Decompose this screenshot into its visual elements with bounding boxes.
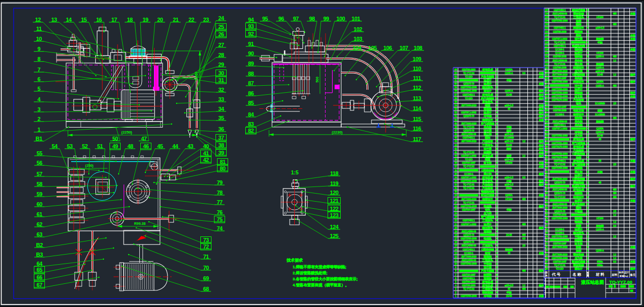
svg-text:26: 26 xyxy=(218,31,224,37)
svg-text:TQ-YYZ.02: TQ-YYZ.02 xyxy=(554,196,566,199)
svg-text:109: 109 xyxy=(545,109,549,112)
svg-text:89: 89 xyxy=(248,60,254,67)
svg-text:GB/T93-1987: GB/T93-1987 xyxy=(462,273,475,276)
svg-text:TQ-YYZ.02: TQ-YYZ.02 xyxy=(463,151,474,154)
svg-text:14: 14 xyxy=(454,248,457,251)
svg-text:97: 97 xyxy=(545,152,548,155)
svg-text:4: 4 xyxy=(587,213,588,216)
svg-text:1: 1 xyxy=(496,223,498,226)
svg-text:4: 4 xyxy=(587,26,588,29)
svg-text:5: 5 xyxy=(37,86,40,92)
svg-text:53: 53 xyxy=(67,143,73,149)
svg-text:GB/T68-2000: GB/T68-2000 xyxy=(553,55,567,58)
svg-text:1.2: 1.2 xyxy=(522,140,525,143)
svg-text:2: 2 xyxy=(496,86,498,89)
svg-text:JB/T7938-2010: JB/T7938-2010 xyxy=(552,70,568,73)
svg-text:2: 2 xyxy=(37,116,40,122)
svg-text:三通接头: 三通接头 xyxy=(482,143,494,147)
svg-text:冷却器: 冷却器 xyxy=(484,294,492,298)
svg-text:φ18×1.5: φ18×1.5 xyxy=(505,183,513,186)
svg-text:39: 39 xyxy=(454,158,457,161)
svg-text:128: 128 xyxy=(545,41,549,44)
svg-text:TQ-YYZ.02: TQ-YYZ.02 xyxy=(463,287,474,290)
svg-text:98: 98 xyxy=(545,149,548,152)
svg-text:单向阀: 单向阀 xyxy=(574,120,582,124)
svg-text:法兰盖: 法兰盖 xyxy=(483,129,492,133)
svg-text:电动机: 电动机 xyxy=(574,220,582,224)
svg-text:数: 数 xyxy=(586,272,589,274)
svg-text:Q/ZB75-73: Q/ZB75-73 xyxy=(554,192,565,195)
svg-text:蝶阀: 蝶阀 xyxy=(485,136,491,140)
svg-text:130: 130 xyxy=(545,34,549,37)
svg-text:电磁换向阀: 电磁换向阀 xyxy=(572,185,585,188)
svg-text:58: 58 xyxy=(454,89,457,92)
svg-text:1.2: 1.2 xyxy=(522,284,525,287)
svg-text:GB/T97.1-2002: GB/T97.1-2002 xyxy=(552,37,567,40)
svg-text:485: 485 xyxy=(613,55,617,58)
svg-text:温度计: 温度计 xyxy=(574,227,582,231)
svg-text:40: 40 xyxy=(203,143,209,149)
svg-text:36: 36 xyxy=(218,126,224,132)
svg-text:GB/T97.1-2002: GB/T97.1-2002 xyxy=(461,154,476,157)
svg-text:110: 110 xyxy=(545,105,549,108)
svg-text:组件: 组件 xyxy=(539,205,545,208)
svg-text:69: 69 xyxy=(203,275,209,281)
svg-text:56: 56 xyxy=(36,160,42,166)
svg-text:91: 91 xyxy=(248,41,254,47)
svg-text:量: 量 xyxy=(586,274,589,277)
svg-text:直角接头: 直角接头 xyxy=(482,179,494,183)
svg-text:1: 1 xyxy=(587,249,588,252)
svg-text:38: 38 xyxy=(218,142,224,148)
svg-text:1: 1 xyxy=(587,181,588,184)
svg-text:27: 27 xyxy=(454,201,457,204)
svg-text:82: 82 xyxy=(248,128,254,134)
svg-text:JB/ZQ4586-06: JB/ZQ4586-06 xyxy=(461,244,476,247)
svg-text:83: 83 xyxy=(545,203,548,206)
svg-text:GB/T6170-2000: GB/T6170-2000 xyxy=(552,98,568,101)
svg-text:2: 2 xyxy=(587,98,588,101)
svg-text:组件: 组件 xyxy=(630,73,636,76)
svg-text:96: 96 xyxy=(278,16,284,22)
svg-text:密封垫: 密封垫 xyxy=(574,48,582,51)
svg-text:19: 19 xyxy=(142,17,148,23)
svg-text:材 料: 材 料 xyxy=(595,272,605,277)
svg-text:蝶阀: 蝶阀 xyxy=(575,34,581,37)
svg-text:组件: 组件 xyxy=(630,91,636,94)
svg-text:2.5: 2.5 xyxy=(613,102,616,105)
svg-text:温度计: 温度计 xyxy=(574,51,582,55)
svg-text:六角螺母: 六角螺母 xyxy=(482,186,494,190)
svg-text:74: 74 xyxy=(217,225,223,231)
svg-text:胶管总成: 胶管总成 xyxy=(573,188,584,192)
svg-text:41: 41 xyxy=(454,151,457,154)
svg-text:聚氨酯: 聚氨酯 xyxy=(596,224,604,228)
svg-text:27: 27 xyxy=(218,42,224,48)
svg-text:4: 4 xyxy=(496,291,498,294)
svg-text:QC160-1: QC160-1 xyxy=(464,252,473,255)
svg-text:液位计: 液位计 xyxy=(483,89,492,93)
svg-text:TQ-YYZ.02: TQ-YYZ.02 xyxy=(463,72,474,75)
svg-text:2: 2 xyxy=(587,19,588,22)
svg-text:外购: 外购 xyxy=(539,118,544,122)
svg-text:钢管: 钢管 xyxy=(485,252,491,255)
svg-text:GB/T3452.1: GB/T3452.1 xyxy=(554,124,566,127)
svg-text:GB/T3452.1: GB/T3452.1 xyxy=(554,159,566,162)
svg-text:QC160-1: QC160-1 xyxy=(555,51,564,54)
svg-text:63: 63 xyxy=(36,231,42,237)
svg-text:HT200: HT200 xyxy=(505,161,512,164)
svg-text:45: 45 xyxy=(508,287,510,290)
svg-text:φ25×2.5: φ25×2.5 xyxy=(505,284,513,287)
svg-text:1: 1 xyxy=(496,201,498,204)
svg-text:2: 2 xyxy=(587,210,588,213)
svg-text:25: 25 xyxy=(218,24,224,30)
svg-text:Q235-A: Q235-A xyxy=(596,249,604,252)
svg-text:Q/ZB75-73: Q/ZB75-73 xyxy=(463,233,474,236)
svg-text:1: 1 xyxy=(496,72,498,75)
svg-text:9: 9 xyxy=(455,266,456,269)
svg-text:6: 6 xyxy=(587,142,588,145)
svg-text:37: 37 xyxy=(218,135,224,141)
svg-text:21: 21 xyxy=(454,223,457,226)
svg-text:33: 33 xyxy=(218,96,224,102)
svg-text:80: 80 xyxy=(545,213,548,216)
svg-text:GB/T5782-2000: GB/T5782-2000 xyxy=(461,205,477,208)
svg-text:2.焊后管路酸洗处理;: 2.焊后管路酸洗处理; xyxy=(293,271,328,275)
